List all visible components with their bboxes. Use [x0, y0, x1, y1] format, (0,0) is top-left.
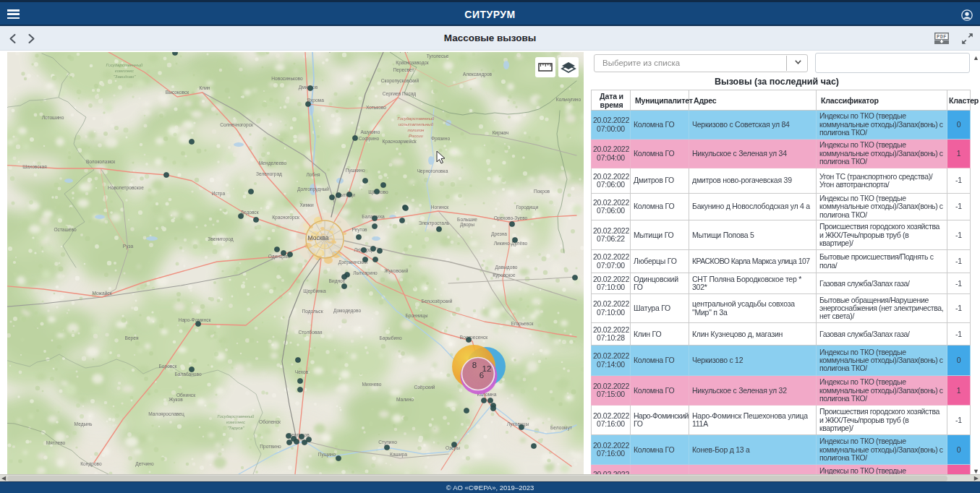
- svg-text:Киржач: Киржач: [493, 130, 509, 136]
- svg-text:России: России: [409, 134, 424, 138]
- svg-text:Электросталь: Электросталь: [419, 220, 450, 226]
- svg-text:Кондрово: Кондрово: [80, 461, 102, 467]
- svg-text:Новопетровское: Новопетровское: [108, 185, 144, 191]
- svg-text:Фрязино: Фрязино: [431, 136, 451, 142]
- svg-text:испытательный: испытательный: [399, 122, 434, 127]
- svg-text:Барыбино: Барыбино: [379, 335, 402, 341]
- svg-text:"Таруса": "Таруса": [227, 426, 244, 430]
- svg-text:Белоозёрский: Белоозёрский: [422, 299, 453, 304]
- svg-text:Боровск: Боровск: [159, 364, 177, 369]
- svg-text:Воскресенск: Воскресенск: [460, 335, 487, 340]
- svg-text:Кашира: Кашира: [390, 452, 407, 458]
- svg-text:Столбовая: Столбовая: [298, 330, 323, 335]
- svg-text:Мятлево: Мятлево: [46, 440, 66, 445]
- svg-text:Одинцово: Одинцово: [268, 254, 291, 260]
- svg-text:Жуковский: Жуковский: [385, 268, 409, 274]
- svg-text:Лобня: Лобня: [307, 172, 320, 177]
- svg-text:Красногорск: Красногорск: [272, 215, 299, 220]
- svg-text:Москва: Москва: [307, 234, 328, 241]
- svg-text:Лыткарино: Лыткарино: [353, 270, 378, 276]
- svg-text:Звенигород: Звенигород: [208, 236, 234, 242]
- svg-text:Осташёво: Осташёво: [54, 227, 76, 232]
- svg-text:PDF: PDF: [937, 34, 947, 40]
- svg-text:Верея: Верея: [125, 335, 139, 341]
- svg-text:Кольчугино: Кольчугино: [556, 97, 581, 103]
- svg-text:Подольск: Подольск: [302, 309, 323, 314]
- svg-text:Пушкино: Пушкино: [345, 168, 365, 173]
- svg-text:Давыдово: Давыдово: [495, 265, 518, 270]
- svg-text:Лотошино: Лотошино: [42, 115, 64, 120]
- svg-text:Химки: Химки: [299, 202, 313, 207]
- svg-text:Жуков: Жуков: [169, 397, 183, 403]
- svg-text:Белоомут: Белоомут: [550, 425, 572, 431]
- svg-text:Краснозаводск: Краснозаводск: [396, 60, 428, 66]
- svg-text:Можайск: Можайск: [92, 291, 111, 296]
- svg-text:Высоковск: Высоковск: [166, 90, 189, 95]
- svg-text:Большие: Большие: [457, 217, 477, 222]
- svg-text:Софрино: Софрино: [359, 136, 380, 142]
- svg-text:Туголесье: Туголесье: [427, 53, 449, 59]
- svg-text:комплекс: комплекс: [226, 420, 245, 424]
- svg-text:Протвино: Протвино: [260, 444, 281, 450]
- svg-text:"Завидово": "Завидово": [114, 74, 137, 79]
- svg-text:6: 6: [480, 371, 484, 380]
- svg-text:Ногинск: Ногинск: [431, 205, 448, 210]
- svg-text:Черноголовка: Черноголовка: [417, 168, 448, 174]
- svg-text:Пересвет: Пересвет: [393, 67, 414, 73]
- svg-text:Щербинка: Щербинка: [303, 288, 326, 294]
- svg-text:8: 8: [472, 361, 477, 369]
- svg-text:Озёрский: Озёрский: [414, 385, 435, 390]
- svg-text:Дедовск: Дедовск: [240, 210, 258, 215]
- svg-text:полигон: полигон: [408, 128, 425, 132]
- svg-text:Хотьково: Хотьково: [366, 105, 386, 110]
- svg-text:Истра: Истра: [212, 191, 226, 197]
- svg-text:Шаховская: Шаховская: [22, 164, 47, 169]
- svg-text:Волоколамск: Волоколамск: [86, 159, 115, 164]
- svg-text:Домодедово: Домодедово: [333, 308, 362, 314]
- svg-text:Городищи: Городищи: [516, 205, 539, 210]
- svg-text:Пущино: Пущино: [318, 452, 336, 458]
- svg-text:Ступино: Ступино: [378, 440, 397, 445]
- svg-text:Менделеево: Менделеево: [259, 160, 287, 166]
- svg-text:Обнинск: Обнинск: [176, 393, 195, 398]
- svg-text:Солнечногорск: Солнечногорск: [220, 122, 253, 128]
- svg-text:Сергиев Посад: Сергиев Посад: [383, 91, 417, 97]
- svg-text:Красноармейск: Красноармейск: [382, 139, 416, 145]
- svg-text:Наро-Фоминск: Наро-Фоминск: [179, 317, 211, 323]
- svg-text:Реутов: Реутов: [351, 227, 367, 233]
- svg-text:Ликино-Дулёво: Ликино-Дулёво: [494, 241, 528, 246]
- svg-text:Дрезна: Дрезна: [491, 231, 507, 237]
- svg-text:Медынь: Медынь: [74, 421, 93, 427]
- svg-text:Ашукино: Ашукино: [361, 129, 380, 135]
- svg-text:Дворы: Дворы: [460, 222, 474, 228]
- svg-text:Государственный: Государственный: [106, 63, 144, 67]
- svg-text:Новосиньково: Новосиньково: [271, 76, 303, 81]
- svg-text:Бронницы: Бронницы: [405, 313, 427, 319]
- svg-text:Государственный: Государственный: [398, 116, 435, 121]
- svg-text:комплекс: комплекс: [115, 69, 134, 73]
- svg-text:Михнево: Михнево: [362, 382, 382, 387]
- svg-text:Оболенск: Оболенск: [259, 419, 281, 424]
- svg-text:Куровское: Куровское: [493, 273, 516, 278]
- svg-text:Малино: Малино: [396, 397, 414, 402]
- svg-text:Чехов: Чехов: [295, 369, 309, 374]
- svg-text:Зеленоград: Зеленоград: [256, 171, 282, 177]
- svg-text:Клин: Клин: [199, 85, 210, 90]
- svg-text:Скоропусковский: Скоропусковский: [381, 78, 419, 84]
- svg-text:Орехово-Зуево: Орехово-Зуево: [494, 215, 528, 221]
- svg-text:Малоярославец: Малоярославец: [148, 411, 184, 417]
- svg-text:Александров: Александров: [463, 72, 493, 77]
- svg-text:Государственный: Государственный: [218, 414, 255, 419]
- svg-text:Балабаново: Балабаново: [174, 372, 202, 377]
- svg-text:Руза: Руза: [123, 244, 134, 249]
- svg-text:Луховицы: Луховицы: [507, 421, 529, 427]
- svg-text:Долгопрудный: Долгопрудный: [297, 187, 329, 192]
- svg-text:Егорьевск: Егорьевск: [511, 321, 534, 327]
- svg-text:Покров: Покров: [534, 189, 550, 194]
- svg-text:Детчино: Детчино: [135, 461, 154, 467]
